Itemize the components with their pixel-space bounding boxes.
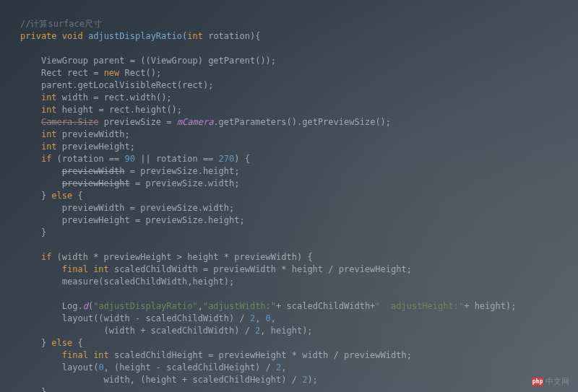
comment: //计算surface尺寸	[20, 19, 102, 29]
badge-text: 中文网	[545, 375, 569, 388]
php-icon: php	[532, 378, 543, 386]
code-editor: //计算surface尺寸 private void adjustDisplay…	[0, 0, 578, 392]
watermark-badge: php 中文网	[532, 375, 569, 388]
